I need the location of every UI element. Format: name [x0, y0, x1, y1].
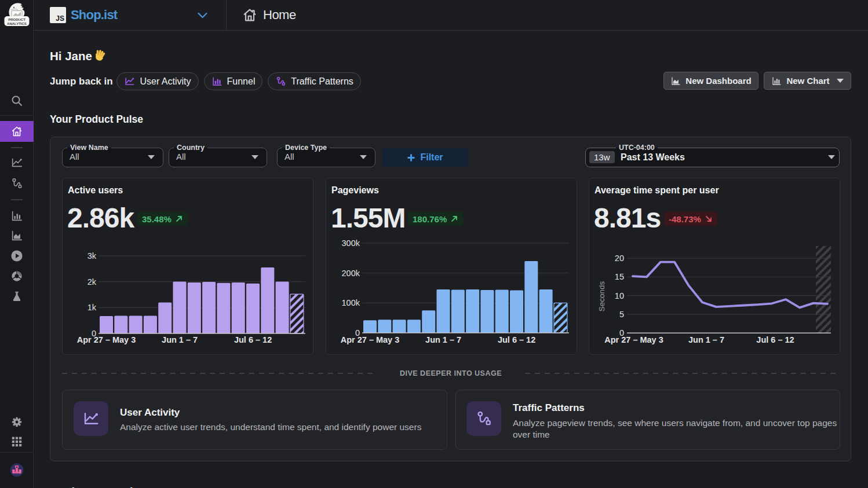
svg-text:Apr 27 – May 3: Apr 27 – May 3 [604, 335, 663, 344]
svg-text:Seconds: Seconds [597, 281, 606, 311]
svg-text:ANALYTICS: ANALYTICS [7, 22, 27, 25]
svg-text:PRODUCT: PRODUCT [8, 18, 25, 21]
svg-text:Jun 1 – 7: Jun 1 – 7 [162, 335, 198, 344]
svg-text:Apr 27 – May 3: Apr 27 – May 3 [341, 335, 400, 344]
svg-text:10: 10 [615, 291, 624, 300]
svg-text:Jul 6 – 12: Jul 6 – 12 [234, 335, 272, 344]
svg-text:Jul 6 – 12: Jul 6 – 12 [756, 335, 794, 344]
svg-text:200k: 200k [342, 269, 360, 278]
svg-text:3k: 3k [87, 251, 97, 260]
svg-text:5: 5 [619, 310, 624, 319]
svg-text:Apr 27 – May 3: Apr 27 – May 3 [77, 335, 136, 344]
svg-text:1k: 1k [87, 303, 97, 312]
svg-text:20: 20 [615, 254, 624, 263]
svg-text:Jun 1 – 7: Jun 1 – 7 [688, 335, 724, 344]
svg-text:300k: 300k [342, 239, 360, 248]
svg-text:2k: 2k [87, 277, 97, 287]
svg-text:Jun 1 – 7: Jun 1 – 7 [425, 335, 461, 344]
svg-text:100k: 100k [342, 298, 360, 307]
svg-text:15: 15 [615, 272, 624, 281]
svg-text:Jul 6 – 12: Jul 6 – 12 [498, 335, 535, 344]
